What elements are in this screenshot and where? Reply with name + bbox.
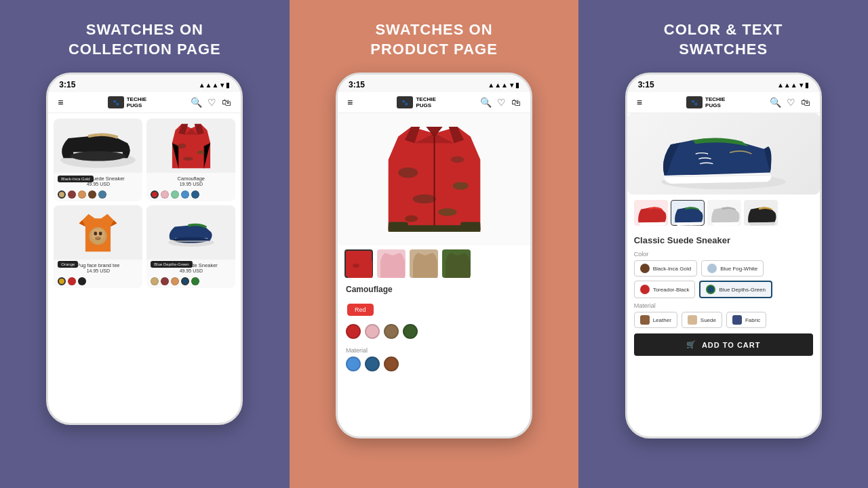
wifi-icon: ▾	[220, 81, 224, 89]
logo-icon-r: 🐾	[686, 96, 703, 108]
wishlist-icon-m[interactable]: ♡	[497, 97, 506, 108]
svg-point-4	[183, 157, 193, 161]
middle-panel: SWATCHES ONPRODUCT PAGE 3:15 ▲▲▲ ▾ ▮ ≡ 🐾…	[290, 0, 579, 488]
product-image-4	[146, 205, 235, 260]
cart-icon-r[interactable]: 🛍	[801, 97, 810, 108]
svg-rect-21	[388, 226, 480, 232]
swatch[interactable]	[68, 277, 76, 285]
vthumb-blue[interactable]	[671, 200, 705, 226]
add-to-cart-button[interactable]: 🛒 ADD TO CART	[634, 333, 813, 356]
swatch[interactable]	[161, 190, 169, 199]
swatch[interactable]	[161, 277, 169, 285]
color-swatch-red[interactable]: Red	[347, 304, 374, 316]
color-circle-tan[interactable]	[384, 324, 399, 339]
wishlist-icon[interactable]: ♡	[208, 97, 216, 108]
signal-icon: ▲▲▲	[199, 81, 219, 89]
product-card-2[interactable]: Camouflage 19.95 USD	[146, 119, 235, 201]
variant-thumb-green[interactable]	[442, 249, 471, 278]
material-swatch-3[interactable]	[384, 357, 399, 371]
vthumb-dark[interactable]	[744, 200, 778, 226]
sneaker-svg-1	[54, 119, 142, 173]
swatch[interactable]	[151, 190, 159, 199]
product-name-area: Camouflage	[338, 282, 530, 301]
cart-icon[interactable]: 🛍	[222, 97, 231, 108]
material-option-leather[interactable]: Leather	[634, 312, 677, 328]
svg-point-11	[172, 237, 208, 243]
search-icon-m[interactable]: 🔍	[480, 97, 492, 108]
swatch[interactable]	[191, 277, 199, 285]
color-dot	[707, 264, 717, 273]
status-time-m: 3:15	[349, 80, 365, 89]
hamburger-icon-m[interactable]: ≡	[347, 97, 353, 108]
svg-point-1	[71, 151, 125, 161]
color-circle-pink[interactable]	[365, 324, 380, 339]
shoe-hero	[627, 113, 820, 195]
brand-logo-r: 🐾 TECHIEPUGS	[686, 96, 725, 108]
hero-shoe-svg	[649, 117, 798, 191]
color-name: Black-Inca Gold	[653, 266, 691, 272]
material-section: Material	[338, 344, 530, 375]
product-list: Classic Suede Sneaker 49.95 USD Black-In…	[48, 113, 241, 293]
color-name: Blue Fog-White	[720, 266, 757, 272]
tooltip-badge-4: Blue Depths-Green	[151, 261, 192, 268]
vt-right-2	[671, 201, 705, 226]
material-option-suede[interactable]: Suede	[682, 312, 722, 328]
hamburger-icon[interactable]: ≡	[58, 97, 63, 108]
swatch[interactable]	[58, 277, 66, 285]
right-page-content: Classic Suede Sneaker Color Black-Inca G…	[627, 113, 820, 429]
vthumb-light[interactable]	[707, 200, 741, 226]
material-option-fabric[interactable]: Fabric	[726, 312, 766, 328]
logo-icon: 🐾	[108, 96, 124, 108]
search-icon-r[interactable]: 🔍	[770, 97, 781, 108]
navbar-icons: 🔍 ♡ 🛍	[191, 97, 231, 108]
variant-thumb-pink[interactable]	[377, 249, 406, 278]
swatch[interactable]	[78, 190, 86, 199]
status-icons-m: ▲▲▲ ▾ ▮	[488, 81, 519, 89]
material-swatch-2[interactable]	[365, 357, 380, 371]
hamburger-icon-r[interactable]: ≡	[637, 97, 642, 108]
swatch[interactable]	[88, 190, 96, 199]
color-circle-red[interactable]	[346, 324, 361, 339]
product-card-4[interactable]: Classic Suede Sneaker 49.95 USD Blue Dep…	[146, 205, 235, 288]
status-time-r: 3:15	[638, 80, 654, 89]
swatches-4	[146, 276, 235, 288]
product-page-content: Camouflage Red Material	[338, 113, 530, 429]
color-name: Blue Depths-Green	[719, 287, 765, 293]
color-option-blue-fog[interactable]: Blue Fog-White	[701, 260, 764, 277]
hero-jacket-svg	[382, 120, 487, 239]
variant-thumb-red[interactable]	[344, 249, 373, 278]
swatch[interactable]	[181, 277, 189, 285]
product-price-4: 49.95 USD	[151, 268, 231, 273]
swatch[interactable]	[171, 277, 179, 285]
variant-thumb-tan[interactable]	[410, 249, 438, 278]
wishlist-icon-r[interactable]: ♡	[787, 97, 795, 108]
color-circle-green[interactable]	[403, 324, 418, 339]
color-option-blue-depths[interactable]: Blue Depths-Green	[699, 281, 772, 298]
swatch[interactable]	[191, 190, 199, 199]
product-name-2: Camouflage	[151, 176, 231, 182]
swatch[interactable]	[78, 277, 86, 285]
material-swatch-1[interactable]	[346, 357, 361, 371]
search-icon[interactable]: 🔍	[191, 97, 202, 108]
color-dot	[640, 285, 650, 294]
svg-point-8	[99, 231, 102, 235]
status-bar-middle: 3:15 ▲▲▲ ▾ ▮	[338, 75, 530, 92]
brand-name-r: TECHIEPUGS	[705, 96, 725, 108]
color-option-black-gold[interactable]: Black-Inca Gold	[634, 260, 697, 277]
swatch[interactable]	[58, 190, 66, 199]
material-name-fabric: Fabric	[745, 317, 760, 323]
swatch[interactable]	[151, 277, 159, 285]
swatches-1	[54, 189, 142, 201]
swatch[interactable]	[98, 190, 106, 199]
cart-icon-m[interactable]: 🛍	[511, 97, 521, 108]
swatch[interactable]	[68, 190, 76, 199]
vthumb-red[interactable]	[634, 200, 668, 226]
battery-icon-r: ▮	[805, 81, 809, 89]
tshirt-svg-3	[76, 211, 120, 255]
product-card-1[interactable]: Classic Suede Sneaker 49.95 USD Black-In…	[54, 119, 142, 201]
swatch[interactable]	[171, 190, 179, 199]
swatch[interactable]	[181, 190, 189, 199]
color-option-toreador[interactable]: Toreador-Black	[634, 281, 696, 298]
product-card-3[interactable]: Pug face brand tee 14.95 USD Orange	[54, 205, 142, 288]
tooltip-badge-3: Orange	[58, 261, 78, 268]
